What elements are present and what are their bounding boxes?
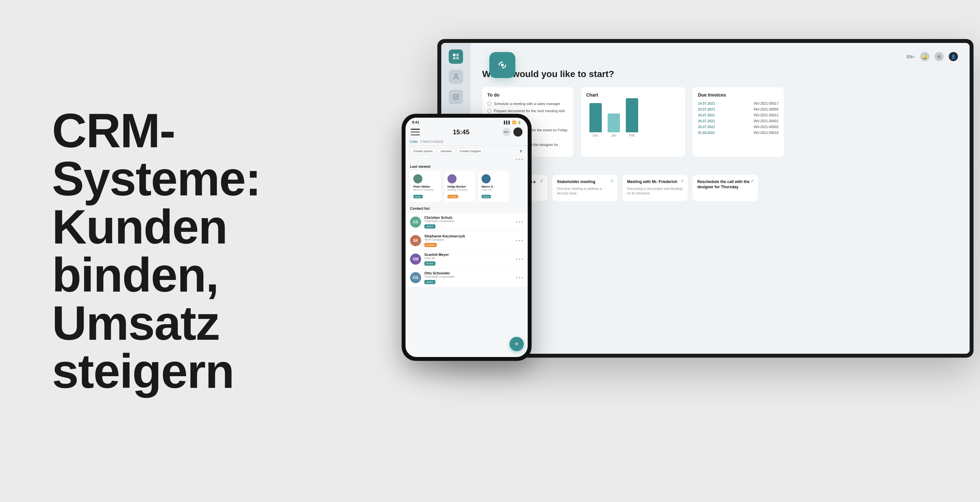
contact-item[interactable]: CS Christian Schulz TroyFinder Corporati… [406,213,528,231]
bell-icon[interactable]: 🔔 [920,52,929,61]
mobile-last-viewed: Peter Weber Beck & Company Active Helga … [406,171,528,206]
more-options-icon[interactable]: • • • [516,257,523,262]
sidebar-icon-contacts[interactable] [449,70,463,84]
add-contact-fab[interactable]: + [509,337,524,351]
lv-company: Ackling Company [447,188,472,191]
contact-item[interactable]: OS Otto Schneider TroyFinder Corporation… [406,269,528,287]
todo-item: Schedule a meeting with a sales manager [487,102,568,106]
bar-dec-fill [589,103,602,132]
lv-name: Peter Weber [413,185,438,188]
mobile-flag-icon[interactable]: EN– [502,128,511,136]
contact-avatar: SK [410,235,421,246]
svg-rect-3 [456,57,459,59]
task-card: ✓ Meeting with Mr. Friederich Discussing… [622,175,687,201]
contact-avatar: OS [410,272,421,283]
menu-line [411,135,420,135]
contact-avatar: SM [410,253,421,265]
task-check-icon: ✓ [681,178,684,183]
lv-name: Helga Becker [447,185,472,188]
invoice-list: 14.07.2021 INV-2021-00017 23.07.2021 INV… [698,102,778,135]
contact-info: Christian Schulz TroyFinder Corporation … [424,215,513,229]
filter-decision[interactable]: Decision [438,148,455,154]
filter-icon[interactable]: ▼ [519,148,523,154]
wifi-icon: 📶 [512,121,516,124]
contact-item[interactable]: SK Stephanie Kaczmarczyk Tech Company In… [406,231,528,250]
last-viewed-card: Peter Weber Beck & Company Active [410,171,441,202]
dashboard-columns: To do Schedule a meeting with a sales ma… [482,87,958,157]
contact-info: Stephanie Kaczmarczyk Tech Company In wo… [424,234,513,247]
task-cards: ✓ Schedule a meeting with a sales manage… [482,175,958,201]
statusbar-right: ▌▌▌ 📶 🔋 [504,121,521,124]
task-card-desc: One-time meeting to address a security i… [557,186,613,196]
mobile-tab-lists[interactable]: Lists [410,140,418,143]
more-dots-icon[interactable]: • • • [516,157,523,162]
task-card-title: Stakeholder meeting [557,180,613,185]
more-options-icon[interactable]: • • • [516,238,523,243]
devices-wrapper: EN– 🔔 ⚙ 👤 Where would you like to start?… [363,0,980,502]
task-check-icon: ✓ [610,178,614,183]
contact-company: TroyFinder Corporation [424,220,513,223]
user-avatar[interactable]: 👤 [949,52,958,61]
bar-dec-label: Dec [593,134,598,137]
contact-badge: In work [424,243,437,247]
more-options-icon[interactable]: • • • [516,275,523,280]
contact-name: Otto Schneider [424,271,513,275]
filter-support[interactable]: Contact Support [457,148,484,154]
header-lang[interactable]: EN– [907,54,915,59]
gear-icon[interactable]: ⚙ [934,52,943,61]
sidebar-icon-crm[interactable] [449,49,463,64]
sidebar-icon-tasks[interactable] [449,90,463,104]
invoice-row: 24.07.2021 INV-2021-00012 [698,113,778,117]
bar-feb: Feb [626,98,638,137]
task-card-title: Meeting with Mr. Friederich [627,180,683,185]
lv-company: Corp Ltd [482,188,506,191]
svg-rect-5 [501,64,504,66]
mobile-screen: 9:41 ▌▌▌ 📶 🔋 15:45 EN– [406,118,528,357]
contact-company: TroyFinder Corporation [424,275,513,278]
mobile-user-avatar[interactable] [513,127,522,137]
contact-avatar: CS [410,217,421,228]
task-history-title: Task history [482,166,958,171]
mobile-statusbar: 9:41 ▌▌▌ 📶 🔋 [406,118,528,126]
svg-rect-2 [453,57,455,59]
menu-icon[interactable] [411,129,420,135]
lv-badge: Active [482,195,491,198]
more-options-row: • • • [406,157,528,164]
contact-company: Tech Company [424,238,513,241]
last-viewed-card: Marco S. Corp Ltd Active [478,171,509,202]
contact-company: Corp ltd [424,257,513,260]
todo-circle[interactable] [487,102,491,106]
lv-avatar [482,174,491,183]
task-history-section: Task history ✓ Schedule a meeting with a… [482,166,958,201]
invoice-row: 23.07.2021 INV-2021-00004 [698,107,778,111]
mobile-current-time: 15:45 [453,128,469,136]
hero-line1: CRM-Systeme: [52,107,296,203]
desktop-header: EN– 🔔 ⚙ 👤 [482,52,958,61]
contact-item[interactable]: SM Scarlett Meyer Corp ltd Active • • • [406,250,528,269]
menu-line [411,129,420,130]
chart-bars: Dec Jan Feb [586,102,680,137]
chart-section: Chart Dec Jan [581,87,685,157]
lv-badge: In work [447,195,458,198]
hero-line2: Kunden binden, [52,203,296,299]
contact-info: Scarlett Meyer Corp ltd Active [424,253,513,266]
hero-title: CRM-Systeme: Kunden binden, Umsatz steig… [52,107,296,395]
todo-circle[interactable] [487,109,491,113]
main-content: EN– 🔔 ⚙ 👤 Where would you like to start?… [471,43,970,354]
menu-line [411,132,420,133]
svg-rect-1 [456,54,459,56]
mobile-mockup: 9:41 ▌▌▌ 📶 🔋 15:45 EN– [402,114,531,361]
mobile-tab-contacts[interactable]: 3 New Contacts [420,140,443,143]
contact-badge: Active [424,224,436,229]
contact-name: Christian Schulz [424,215,513,220]
task-check-icon: ✓ [540,178,544,183]
lv-badge: Active [413,195,423,198]
more-options-icon[interactable]: • • • [516,220,523,225]
filter-contact-person[interactable]: Contact person [410,148,436,154]
task-card: ✓ Stakeholder meeting One-time meeting t… [552,175,617,201]
svg-rect-0 [453,54,455,56]
contact-badge: Active [424,280,436,284]
lv-name: Marco S. [482,185,506,188]
invoice-row: 26.07.2021 INV-2021-00001 [698,119,778,123]
lv-company: Beck & Company [413,188,438,191]
